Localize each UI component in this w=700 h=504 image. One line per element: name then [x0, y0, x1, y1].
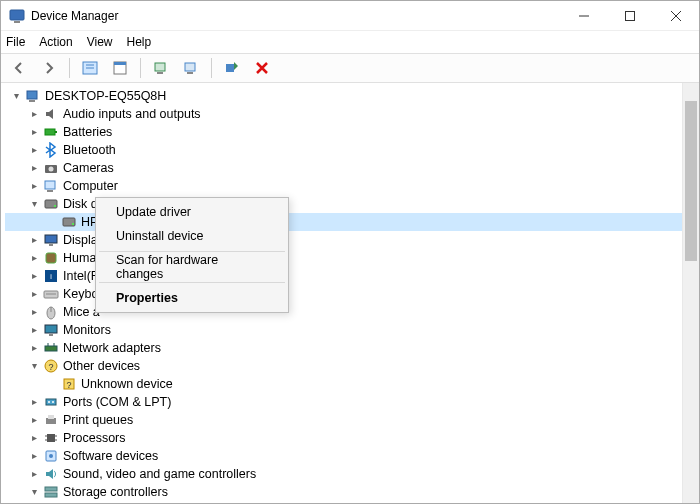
item-label: BayHubTech Integrated MMC/SD controller — [81, 501, 321, 503]
uninstall-device-button[interactable] — [179, 56, 203, 80]
printer-icon — [43, 412, 59, 428]
tree-category[interactable]: ▸Bluetooth — [5, 141, 682, 159]
category-label: Software devices — [63, 447, 158, 465]
collapse-icon[interactable]: ▾ — [27, 197, 41, 211]
unknown-icon: ? — [61, 376, 77, 392]
computer-icon — [43, 178, 59, 194]
svg-rect-1 — [14, 21, 20, 23]
tree-category[interactable]: ▸Network adapters — [5, 339, 682, 357]
disable-device-button[interactable] — [250, 56, 274, 80]
category-label: Bluetooth — [63, 141, 116, 159]
expand-icon[interactable]: ▸ — [27, 305, 41, 319]
context-menu-item[interactable]: Scan for hardware changes — [98, 255, 286, 279]
tree-item[interactable]: ?Unknown device — [5, 375, 682, 393]
expand-icon[interactable]: ▸ — [27, 449, 41, 463]
close-button[interactable] — [653, 1, 699, 31]
svg-point-47 — [48, 401, 50, 403]
context-menu-item[interactable]: Update driver — [98, 200, 286, 224]
titlebar: Device Manager — [1, 1, 699, 31]
context-menu-item[interactable]: Properties — [98, 286, 286, 310]
tree-category[interactable]: ▸Computer — [5, 177, 682, 195]
expand-icon[interactable]: ▸ — [27, 395, 41, 409]
tree-category[interactable]: ▸Cameras — [5, 159, 682, 177]
menu-file[interactable]: File — [6, 35, 25, 49]
properties-button[interactable] — [108, 56, 132, 80]
device-manager-window: Device Manager File Action View Help ▾DE… — [0, 0, 700, 504]
tree-category[interactable]: ▸Processors — [5, 429, 682, 447]
tree-category[interactable]: ▾Storage controllers — [5, 483, 682, 501]
root-label: DESKTOP-EQ55Q8H — [45, 87, 166, 105]
expand-icon[interactable]: ▸ — [27, 251, 41, 265]
svg-rect-38 — [49, 334, 53, 336]
sound-icon — [43, 466, 59, 482]
svg-rect-58 — [45, 487, 57, 491]
category-label: Network adapters — [63, 339, 161, 357]
svg-rect-10 — [114, 62, 126, 65]
cpu-icon — [43, 430, 59, 446]
bluetooth-icon — [43, 142, 59, 158]
expand-icon[interactable]: ▸ — [27, 233, 41, 247]
tree-item[interactable]: BayHubTech Integrated MMC/SD controller — [5, 501, 682, 503]
context-menu-separator — [99, 282, 285, 283]
category-label: Storage controllers — [63, 483, 168, 501]
spacer — [45, 377, 59, 391]
vertical-scrollbar[interactable] — [682, 83, 699, 503]
category-label: Sound, video and game controllers — [63, 465, 256, 483]
port-icon — [43, 394, 59, 410]
audio-icon — [43, 106, 59, 122]
computer-icon — [25, 88, 41, 104]
expand-icon[interactable]: ▸ — [27, 467, 41, 481]
menu-action[interactable]: Action — [39, 35, 72, 49]
expand-icon[interactable]: ▸ — [27, 341, 41, 355]
expand-icon[interactable]: ▸ — [27, 161, 41, 175]
tree-category[interactable]: ▸Monitors — [5, 321, 682, 339]
update-driver-button[interactable] — [149, 56, 173, 80]
expand-icon[interactable]: ▸ — [27, 143, 41, 157]
expand-icon[interactable]: ▸ — [27, 125, 41, 139]
show-hidden-button[interactable] — [78, 56, 102, 80]
tree-category[interactable]: ▸Print queues — [5, 411, 682, 429]
tree-category[interactable]: ▸Sound, video and game controllers — [5, 465, 682, 483]
collapse-icon[interactable]: ▾ — [27, 359, 41, 373]
other-icon: ? — [43, 358, 59, 374]
expand-icon[interactable]: ▸ — [27, 269, 41, 283]
forward-button[interactable] — [37, 56, 61, 80]
svg-text:?: ? — [48, 362, 53, 372]
tree-root[interactable]: ▾DESKTOP-EQ55Q8H — [5, 87, 682, 105]
svg-rect-18 — [45, 129, 55, 135]
expand-icon[interactable]: ▸ — [27, 323, 41, 337]
network-icon — [43, 340, 59, 356]
context-menu-item[interactable]: Uninstall device — [98, 224, 286, 248]
category-label: Ports (COM & LPT) — [63, 393, 171, 411]
collapse-icon[interactable]: ▾ — [9, 89, 23, 103]
expand-icon[interactable]: ▸ — [27, 179, 41, 193]
expand-icon[interactable]: ▸ — [27, 413, 41, 427]
svg-rect-0 — [10, 10, 24, 20]
context-menu: Update driverUninstall deviceScan for ha… — [95, 197, 289, 313]
tree-category[interactable]: ▸Audio inputs and outputs — [5, 105, 682, 123]
svg-rect-46 — [46, 399, 56, 405]
svg-rect-30 — [46, 253, 56, 263]
device-tree[interactable]: ▾DESKTOP-EQ55Q8H▸Audio inputs and output… — [1, 83, 682, 503]
intel-icon: i — [43, 268, 59, 284]
tree-category[interactable]: ▸Batteries — [5, 123, 682, 141]
menu-help[interactable]: Help — [127, 35, 152, 49]
menu-view[interactable]: View — [87, 35, 113, 49]
category-label: Print queues — [63, 411, 133, 429]
svg-point-57 — [49, 454, 53, 458]
app-icon — [9, 8, 25, 24]
tree-category[interactable]: ▸Ports (COM & LPT) — [5, 393, 682, 411]
maximize-button[interactable] — [607, 1, 653, 31]
expand-icon[interactable]: ▸ — [27, 431, 41, 445]
scan-hardware-button[interactable] — [220, 56, 244, 80]
expand-icon[interactable]: ▸ — [27, 287, 41, 301]
svg-rect-15 — [226, 64, 234, 72]
back-button[interactable] — [7, 56, 31, 80]
scrollbar-thumb[interactable] — [685, 101, 697, 261]
collapse-icon[interactable]: ▾ — [27, 485, 41, 499]
tree-category[interactable]: ▾?Other devices — [5, 357, 682, 375]
expand-icon[interactable]: ▸ — [27, 107, 41, 121]
category-label: Monitors — [63, 321, 111, 339]
minimize-button[interactable] — [561, 1, 607, 31]
tree-category[interactable]: ▸Software devices — [5, 447, 682, 465]
